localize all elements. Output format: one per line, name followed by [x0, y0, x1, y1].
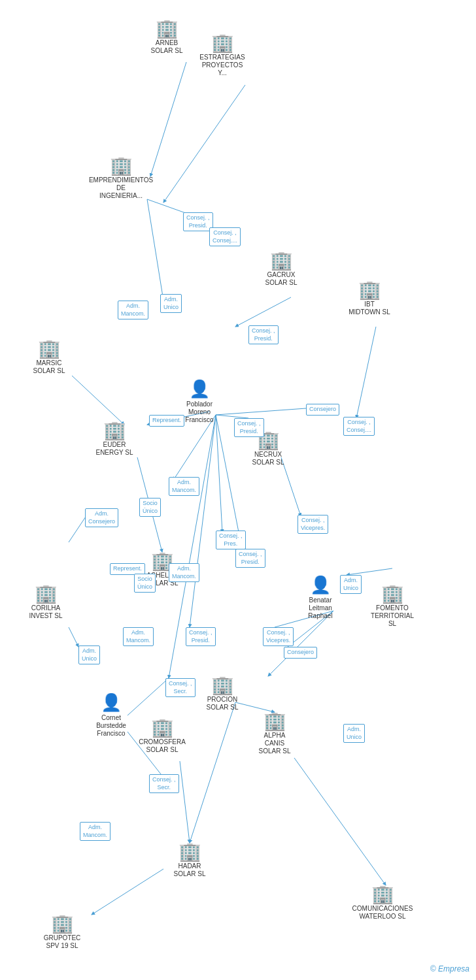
role-badge-r3[interactable]: Adm. Unico — [160, 294, 182, 313]
node-arneb[interactable]: 🏢ARNEB SOLAR SL — [141, 20, 193, 55]
node-cromosfera[interactable]: 🏢CROMOSFERA SOLAR SL — [136, 719, 188, 754]
role-badge-r20[interactable]: Adm. Unico — [78, 645, 100, 664]
corilha-label: CORILHA INVEST SL — [29, 604, 63, 620]
svg-line-6 — [72, 376, 124, 425]
svg-line-13 — [190, 415, 216, 627]
role-badge-r23[interactable]: Consejero — [284, 647, 317, 659]
svg-line-28 — [190, 702, 235, 843]
role-badge-r1[interactable]: Consej. , Presid. — [183, 212, 213, 231]
role-badge-r12[interactable]: Adm. Consejero — [85, 508, 118, 527]
hadar-icon: 🏢 — [178, 843, 201, 861]
gacrux-label: GACRUX SOLAR SL — [265, 271, 298, 287]
fomento-label: FOMENTO TERRITORIAL SL — [371, 604, 414, 628]
svg-line-1 — [163, 85, 245, 203]
marsic-icon: 🏢 — [38, 340, 61, 358]
estrategias-label: ESTRATEGIAS PROYECTOS Y... — [199, 54, 245, 77]
role-badge-r8[interactable]: Consejero — [306, 404, 339, 416]
role-badge-r19[interactable]: Adm. Mancom. — [123, 627, 154, 646]
svg-line-26 — [92, 869, 163, 915]
node-ibt[interactable]: 🏢IBT MIDTOWN SL — [343, 281, 396, 316]
svg-line-5 — [356, 327, 376, 418]
role-badge-r5[interactable]: Consej. , Presid. — [248, 325, 279, 344]
node-estrategias[interactable]: 🏢ESTRATEGIAS PROYECTOS Y... — [196, 34, 248, 77]
svg-line-9 — [216, 408, 306, 415]
role-badge-r24[interactable]: Adm. Unico — [340, 575, 362, 594]
alpha_canis-icon: 🏢 — [264, 712, 286, 730]
poblador-label: Poblador Moreno Francisco — [185, 400, 213, 424]
benatar-label: Benatar Leitman Raphael — [308, 596, 332, 620]
role-badge-r17[interactable]: Socio Único — [134, 574, 156, 593]
role-badge-r26[interactable]: Consej. , Secr. — [149, 774, 179, 793]
role-badge-r4[interactable]: Adm. Mancom. — [118, 301, 148, 319]
role-badge-r21[interactable]: Consej. , Presid. — [186, 627, 216, 646]
node-comunicaciones[interactable]: 🏢COMUNICACIONES WATERLOO SL — [356, 885, 409, 921]
svg-line-27 — [294, 758, 386, 885]
cornet-label: Cornet Burstedde Francisco — [96, 714, 126, 738]
arneb-label: ARNEB SOLAR SL — [151, 39, 183, 55]
emprendimientos-icon: 🏢 — [110, 157, 133, 175]
alpha_canis-label: ALPHA CANIS SOLAR SL — [259, 732, 291, 755]
node-benatar[interactable]: 👤Benatar Leitman Raphael — [294, 575, 347, 620]
grupotec-label: GRUPOTEC SPV 19 SL — [44, 934, 81, 950]
poblador-icon: 👤 — [189, 379, 210, 399]
role-badge-r27[interactable]: Adm. Mancom. — [80, 822, 110, 841]
corilha-icon: 🏢 — [35, 585, 58, 603]
svg-line-25 — [180, 761, 190, 843]
node-euder[interactable]: 🏢EUDER ENERGY SL — [88, 421, 141, 457]
cromosfera-icon: 🏢 — [151, 719, 174, 737]
svg-line-4 — [235, 297, 291, 327]
node-fomento[interactable]: 🏢FOMENTO TERRITORIAL SL — [366, 585, 418, 628]
svg-line-3 — [147, 199, 163, 301]
role-badge-r7[interactable]: Consej. , Presid. — [234, 418, 264, 437]
euder-icon: 🏢 — [103, 421, 126, 440]
comunicaciones-label: COMUNICACIONES WATERLOO SL — [352, 905, 413, 921]
ibt-label: IBT MIDTOWN SL — [348, 301, 390, 316]
node-grupotec[interactable]: 🏢GRUPOTEC SPV 19 SL — [36, 915, 88, 950]
role-badge-r9[interactable]: Consej. , Consej.... — [343, 417, 375, 436]
copyright-text: © Empresa — [430, 964, 469, 973]
role-badge-r11[interactable]: Socio Único — [139, 498, 161, 517]
role-badge-r14[interactable]: Consej. , Pres. — [216, 531, 246, 549]
emprendimientos-label: EMPRENDIMIENTOS DE INGENIERIA... — [89, 176, 153, 200]
node-cornet[interactable]: 👤Cornet Burstedde Francisco — [85, 693, 137, 738]
fomento-icon: 🏢 — [381, 585, 404, 603]
role-badge-r10[interactable]: Adm. Mancom. — [169, 477, 199, 496]
role-badge-r13[interactable]: Consej. , Vicepres. — [298, 515, 328, 534]
role-badge-r18[interactable]: Adm. Mancom. — [169, 563, 199, 582]
cromosfera-label: CROMOSFERA SOLAR SL — [139, 738, 186, 754]
node-alpha_canis[interactable]: 🏢ALPHA CANIS SOLAR SL — [248, 712, 301, 755]
svg-line-0 — [150, 62, 186, 176]
estrategias-icon: 🏢 — [211, 34, 234, 52]
gacrux-icon: 🏢 — [270, 252, 293, 270]
comunicaciones-icon: 🏢 — [371, 885, 394, 904]
svg-line-11 — [216, 415, 222, 532]
marsic-label: MARSIC SOLAR SL — [33, 359, 65, 375]
hadar-label: HADAR SOLAR SL — [174, 862, 206, 878]
benatar-icon: 👤 — [310, 575, 331, 595]
node-marsic[interactable]: 🏢MARSIC SOLAR SL — [23, 340, 75, 375]
necrux-label: NECRUX SOLAR SL — [252, 451, 284, 466]
svg-line-18 — [69, 627, 78, 647]
role-badge-r6[interactable]: Represent. — [149, 415, 184, 427]
svg-line-22 — [347, 568, 392, 575]
procion-icon: 🏢 — [211, 676, 234, 694]
procion-label: PROCION SOLAR SL — [207, 696, 239, 711]
arneb-icon: 🏢 — [156, 20, 178, 38]
node-gacrux[interactable]: 🏢GACRUX SOLAR SL — [255, 252, 307, 287]
node-emprendimientos[interactable]: 🏢EMPRENDIMIENTOS DE INGENIERIA... — [95, 157, 147, 200]
role-badge-r25[interactable]: Consej. , Secr. — [165, 678, 196, 697]
node-corilha[interactable]: 🏢CORILHA INVEST SL — [20, 585, 72, 620]
role-badge-r2[interactable]: Consej. , Consej.... — [209, 227, 241, 246]
euder-label: EUDER ENERGY SL — [95, 441, 133, 457]
grupotec-icon: 🏢 — [51, 915, 74, 933]
ibt-icon: 🏢 — [358, 281, 381, 299]
role-badge-r15[interactable]: Consej. , Presid. — [235, 549, 265, 568]
node-procion[interactable]: 🏢PROCION SOLAR SL — [196, 676, 248, 711]
role-badge-r22[interactable]: Consej. , Vicepres. — [263, 627, 294, 646]
node-hadar[interactable]: 🏢HADAR SOLAR SL — [163, 843, 216, 878]
role-badge-r28[interactable]: Adm. Unico — [343, 724, 365, 743]
cornet-icon: 👤 — [101, 693, 122, 713]
